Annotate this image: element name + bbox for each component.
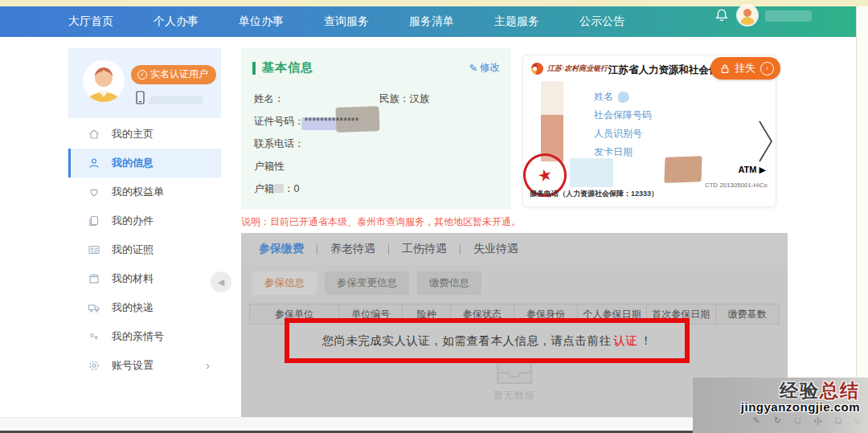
service-notice: 说明：目前已开通省本级、泰州市查询服务，其他地区暂未开通。 [241,215,521,229]
tab-injury-benefits[interactable]: 工伤待遇 [402,242,447,256]
sidebar-item-label: 我的材料 [112,272,154,286]
username-redacted [765,10,812,22]
card-field-name: 姓名 [594,88,652,106]
id-card-icon [88,243,100,256]
sidebar-item-family-number[interactable]: 我的亲情号 [68,322,221,351]
realname-verified-badge: ✓ 实名认证用户 [131,65,216,84]
square-icon: □ [795,415,800,426]
report-loss-button[interactable]: 挂失 › [710,57,780,80]
sidebar-collapse-button[interactable]: ◀ [211,272,231,292]
empty-state-text: 暂无数据 [493,389,535,402]
query-tabs: 参保缴费 养老待遇 工伤待遇 失业待遇 [241,233,788,265]
redaction-blur [664,156,702,183]
sidebar-user-card: ✓ 实名认证用户 [68,48,221,118]
avatar-head [743,9,751,17]
field-huji-address: 户籍：0 [254,182,299,196]
realname-alert-banner: 您尚未完成实人认证，如需查看本人信息，请点击前往 认证 ！ [285,318,690,363]
chevron-right-icon: › [206,359,210,372]
basic-info-panel: 基本信息 ✎ 修改 姓名： 民族：汉族 证件号码：************** … [241,48,511,209]
heart-icon [88,186,100,198]
bell-icon[interactable] [714,7,730,23]
redaction-blur [570,158,613,187]
title-accent-bar [252,62,256,75]
redaction-blur [274,184,284,193]
verify-link[interactable]: 认证 [614,333,638,349]
lock-icon [720,63,730,74]
sidebar-item-my-certificates[interactable]: 我的证照 [68,235,221,264]
nav-item-service-list[interactable]: 服务清单 [409,14,454,29]
field-huji-type: 户籍性 [254,160,285,174]
field-phone: 联系电话： [254,137,305,151]
right-gutter [856,6,868,433]
nav-item-announcement[interactable]: 公示公告 [579,14,624,29]
query-subtabs: 参保信息 参保变更信息 缴费信息 [252,272,481,295]
sidebar-item-label: 我的亲情号 [112,329,164,344]
tab-pension-benefits[interactable]: 养老待遇 [330,242,375,256]
verified-icon: ✓ [137,70,147,80]
nav-item-unit[interactable]: 单位办事 [239,14,284,29]
tab-divider [460,244,461,255]
sidebar-item-label: 我的办件 [112,214,154,228]
loss-label: 挂失 [735,61,755,76]
nav-item-query[interactable]: 查询服务 [324,14,369,29]
star-icon: ★ [535,164,554,186]
card-field-person-id: 人员识别号 [594,125,652,143]
field-id-number: 证件号码：************** [254,115,359,129]
sidebar-avatar [83,60,125,102]
subtab-change-info[interactable]: 参保变更信息 [325,272,409,295]
top-strip [0,0,868,6]
phone-icon [136,91,145,104]
sidebar-item-label: 我的主页 [112,127,154,141]
user-avatar[interactable] [738,6,757,25]
sidebar-item-label: 我的快递 [112,300,154,315]
refresh-icon: ↻ [774,415,781,426]
bank-logo-icon [531,63,543,75]
card-photo-placeholder [541,81,563,161]
sidebar: ✓ 实名认证用户 我的主页 我的信息 我的权益单 [68,48,221,378]
alert-suffix: ！ [641,333,653,349]
sidebar-item-label: 我的证照 [112,243,154,257]
edit-button[interactable]: ✎ 修改 [469,61,500,75]
truck-icon [88,301,100,314]
card-fields: 姓名 社会保障号码 人员识别号 发卡日期 [594,88,652,161]
gear-icon [88,359,100,372]
watermark: 经验总结 jingyanzongjie.com ✎ ↻ □ ‹|› □ ◌ [693,378,868,433]
card-ctd-code: CTD 201305001-HiCo [705,182,768,189]
phone-row [136,91,203,104]
field-name: 姓名： [254,92,285,106]
alert-text: 您尚未完成实人认证，如需查看本人信息，请点击前往 [322,333,612,349]
sidebar-item-my-home[interactable]: 我的主页 [68,120,221,149]
phone-number-redacted [148,96,204,104]
tab-unemployment-benefits[interactable]: 失业待遇 [473,242,518,256]
atm-label: ATM ▶ [738,165,766,175]
sidebar-item-my-info[interactable]: 我的信息 [68,149,221,178]
edit-label: 修改 [480,61,500,75]
bank-name: 江苏·农村商业银行 [547,63,608,74]
home-icon [88,128,100,141]
subtab-insured-info[interactable]: 参保信息 [252,272,317,295]
nav-item-theme[interactable]: 主题服务 [494,14,539,29]
sidebar-item-my-rights[interactable]: 我的权益单 [68,178,221,206]
redaction-blur [618,92,629,103]
tab-insurance-payment[interactable]: 参保缴费 [259,242,304,256]
watermark-site: jingyanzongjie.com [741,400,860,414]
sidebar-item-label: 账号设置 [112,358,154,373]
subtab-payment-info[interactable]: 缴费信息 [417,272,481,295]
card-carousel-next-button[interactable] [757,119,775,164]
service-phone: 服务电话（人力资源社会保障：12333） [530,189,658,199]
sidebar-item-account-settings[interactable]: 账号设置 › [68,351,221,380]
empty-inbox-icon [496,360,533,386]
family-hearts-icon [88,330,100,343]
card-field-ss-number: 社会保障号码 [594,106,652,125]
sidebar-item-my-materials[interactable]: 我的材料 [68,264,221,293]
sidebar-item-my-cases[interactable]: 我的办件 [68,206,221,235]
pen-icon: ✎ [753,415,760,426]
box-icon [88,272,100,285]
documents-icon [88,214,100,227]
nav-item-personal[interactable]: 个人办事 [154,14,199,29]
basic-info-title: 基本信息 [262,60,313,76]
social-security-card: 江苏·农村商业银行 江苏省人力资源和社会保障厅 挂失 › 姓名 社会保障号码 人… [522,55,776,207]
sidebar-item-my-delivery[interactable]: 我的快递 [68,293,221,322]
nav-item-home[interactable]: 大厅首页 [68,14,113,29]
tab-divider [388,244,389,255]
